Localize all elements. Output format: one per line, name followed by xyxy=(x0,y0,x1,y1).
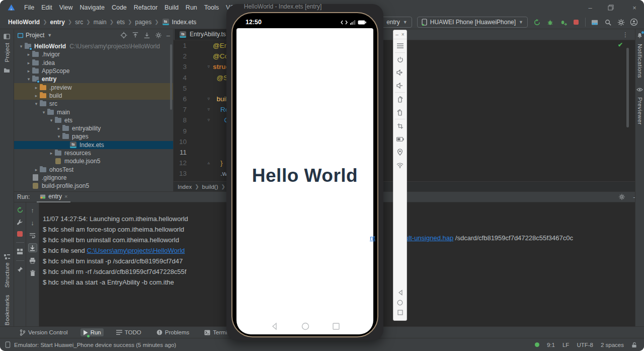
sidebar-tab-structure[interactable]: Structure xyxy=(4,262,10,288)
sidebar-tab-project[interactable]: Project xyxy=(4,43,10,62)
toolwindow-problems[interactable]: Problems xyxy=(154,328,192,336)
power-icon[interactable] xyxy=(394,53,406,66)
breadcrumb-item[interactable]: entry xyxy=(50,19,65,26)
print-icon[interactable] xyxy=(28,256,37,265)
tree-item-entryability[interactable]: ▸entryability xyxy=(14,124,173,132)
battery-settings-icon[interactable] xyxy=(394,132,406,146)
close-tab-icon[interactable]: × xyxy=(64,193,67,199)
screenshot-icon[interactable] xyxy=(394,119,406,132)
menu-run[interactable]: Run xyxy=(182,3,201,13)
file-encoding[interactable]: UTF-8 xyxy=(577,342,593,348)
tree-chevron-icon[interactable]: ▸ xyxy=(33,85,39,90)
stop-icon[interactable] xyxy=(17,231,23,237)
folder-icon[interactable] xyxy=(4,67,10,73)
menu-refactor[interactable]: Refactor xyxy=(130,3,161,13)
sidebar-tab-notifications[interactable]: Notifications xyxy=(637,44,643,78)
breadcrumb-item[interactable]: ets xyxy=(117,19,125,26)
emulator-menu-icon[interactable] xyxy=(394,39,406,52)
volume-up-icon[interactable] xyxy=(394,66,406,79)
caret-position[interactable]: 9:1 xyxy=(547,342,555,348)
breadcrumb-item[interactable]: main xyxy=(94,19,107,26)
panel-settings-icon[interactable] xyxy=(155,32,162,39)
menu-tools[interactable]: Tools xyxy=(201,3,222,13)
breadcrumb-item[interactable]: src xyxy=(75,19,83,26)
menu-build[interactable]: Build xyxy=(161,3,182,13)
search-icon[interactable] xyxy=(604,18,612,26)
menu-edit[interactable]: Edit xyxy=(38,3,56,13)
tree-item--hvigor[interactable]: ▸.hvigor xyxy=(14,50,173,58)
tree-chevron-icon[interactable]: ▾ xyxy=(18,44,24,49)
locate-file-icon[interactable] xyxy=(120,32,127,39)
tree-item-helloworld[interactable]: ▾HelloWorldC:\Users\amy\projects\HelloWo… xyxy=(14,42,173,50)
menu-code[interactable]: Code xyxy=(108,3,130,13)
wrench-icon[interactable] xyxy=(17,219,23,226)
intention-bulb-icon[interactable] xyxy=(208,149,214,156)
console-output[interactable]: 11/07 14:27:54: Launching com.itheima.he… xyxy=(43,214,188,288)
tree-chevron-icon[interactable]: ▸ xyxy=(48,151,54,156)
clear-console-icon[interactable] xyxy=(28,268,37,277)
tree-item--gitignore[interactable]: .gitignore xyxy=(14,174,173,182)
tree-item-index-ets[interactable]: tsIndex.ets xyxy=(14,141,173,149)
phone-screen[interactable]: Hello World xyxy=(236,28,373,334)
rerun-button[interactable] xyxy=(533,18,541,26)
up-stack-trace-icon[interactable]: ↑ xyxy=(28,205,37,215)
restore-button[interactable] xyxy=(608,5,617,11)
previewer-eye-icon[interactable] xyxy=(636,87,643,92)
line-separator[interactable]: LF xyxy=(562,342,569,348)
editor-options-icon[interactable]: ⋮ xyxy=(622,31,629,38)
emulator-minimize-icon[interactable]: – xyxy=(395,32,398,37)
breadcrumb-item[interactable]: pages xyxy=(135,19,151,26)
rotate-left-icon[interactable] xyxy=(394,93,406,106)
emulator-back-icon[interactable] xyxy=(397,290,403,296)
tree-item-entry[interactable]: ▾entry xyxy=(14,75,173,83)
tree-chevron-icon[interactable]: ▸ xyxy=(26,52,32,57)
recents-icon[interactable] xyxy=(333,322,340,330)
tree-item-module-json5[interactable]: module.json5 xyxy=(14,157,173,165)
sidebar-tab-bookmarks[interactable]: Bookmarks xyxy=(4,295,10,325)
debug-button[interactable] xyxy=(546,18,554,26)
tree-chevron-icon[interactable]: ▸ xyxy=(56,126,62,131)
fold-arrow-icon[interactable]: ▿ xyxy=(190,104,213,115)
tree-item--preview[interactable]: ▸.preview xyxy=(14,83,173,91)
wifi-icon[interactable] xyxy=(394,159,406,172)
back-icon[interactable] xyxy=(271,322,278,330)
emulator-close-icon[interactable]: × xyxy=(401,32,405,37)
tree-chevron-icon[interactable]: ▾ xyxy=(41,110,47,115)
toolwindow-todo[interactable]: TODO xyxy=(114,328,144,336)
run-panel-settings-icon[interactable] xyxy=(618,193,625,201)
pin-icon[interactable] xyxy=(17,266,23,272)
tree-item-ohostest[interactable]: ▸ohosTest xyxy=(14,165,173,173)
tree-item-build[interactable]: ▸build xyxy=(14,92,173,100)
expand-all-icon[interactable] xyxy=(132,32,139,39)
notifications-bell-icon[interactable] xyxy=(636,32,643,39)
console-link[interactable]: C:\Users\amy\projects\HelloWorld xyxy=(87,247,185,254)
tree-item--idea[interactable]: ▸.idea xyxy=(14,59,173,67)
hide-panel-icon[interactable]: – xyxy=(167,32,170,39)
project-scrollbar[interactable] xyxy=(170,44,172,110)
breadcrumb-file[interactable]: tsIndex.ets xyxy=(162,19,197,26)
tree-chevron-icon[interactable]: ▾ xyxy=(26,77,32,82)
tree-item-ets[interactable]: ▾ets xyxy=(14,116,173,124)
console-line-tail[interactable]: efault-unsigned.hap /sdcard/cfb81959cf7d… xyxy=(396,234,573,242)
minimize-button[interactable]: – xyxy=(586,4,595,12)
scroll-to-end-icon[interactable] xyxy=(28,243,37,252)
tree-chevron-icon[interactable]: ▾ xyxy=(48,118,54,123)
editor-scrollbar[interactable] xyxy=(626,48,629,127)
menu-view[interactable]: View xyxy=(56,3,76,13)
project-view-selector[interactable]: Project▼ xyxy=(26,32,52,39)
soft-wrap-icon[interactable] xyxy=(28,231,37,240)
status-message[interactable]: Emulator: Start Huawei_Phone device succ… xyxy=(5,341,176,348)
tree-item-main[interactable]: ▾main xyxy=(14,108,173,116)
sidebar-tab-previewer[interactable]: Previewer xyxy=(637,97,643,125)
fold-arrow-icon[interactable]: ▵ xyxy=(190,158,213,168)
location-icon[interactable] xyxy=(394,146,406,159)
fold-arrow-icon[interactable]: ▿ xyxy=(190,115,213,125)
toolwindow-version-control[interactable]: Version Control xyxy=(17,328,70,337)
device-selector[interactable]: HUAWEI Phone [HuaweiPhone] ▼ xyxy=(417,17,528,28)
emulator-recents-icon[interactable] xyxy=(397,310,403,315)
console-link-fragment[interactable]: nt xyxy=(370,234,375,242)
settings-gear-icon[interactable] xyxy=(617,18,625,26)
indent-setting[interactable]: 2 spaces xyxy=(601,342,624,348)
restore-layout-icon[interactable] xyxy=(17,248,23,255)
tree-chevron-icon[interactable]: ▸ xyxy=(33,167,39,172)
